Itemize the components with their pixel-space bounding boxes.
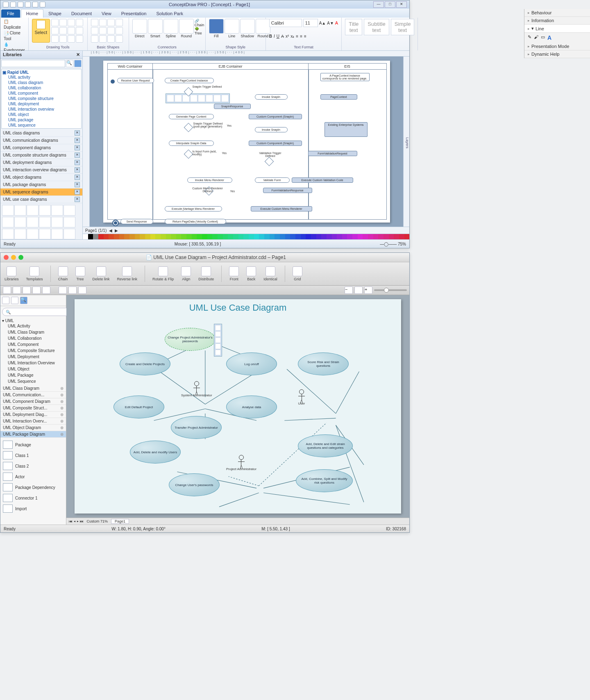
bold-button[interactable]: B	[269, 34, 272, 39]
inspector-presentation[interactable]: Presentation Mode	[524, 43, 590, 50]
color-swatch[interactable]	[114, 234, 119, 239]
zoom-custom[interactable]: Custom 71%	[87, 519, 108, 523]
shape-item[interactable]: Package Dependency	[2, 482, 64, 493]
color-swatch[interactable]	[259, 234, 264, 239]
bezier-tool-icon[interactable]	[76, 19, 83, 26]
palette-shape[interactable]	[2, 217, 14, 227]
fill-button[interactable]: Fill	[209, 19, 224, 38]
tree-item[interactable]: UML state machine diagram	[2, 128, 80, 129]
color-swatch[interactable]	[321, 234, 327, 239]
color-swatch[interactable]	[212, 234, 218, 239]
sub-button[interactable]: x₂	[290, 34, 294, 39]
library-row[interactable]: UML Class Diagram⊗	[0, 385, 66, 392]
library-row[interactable]: UML component diagrams✕	[0, 144, 82, 152]
poly-tool-icon[interactable]	[68, 27, 75, 34]
palette-shape[interactable]	[64, 205, 75, 216]
color-swatch[interactable]	[389, 234, 394, 239]
palette-shape[interactable]	[14, 205, 26, 216]
qat-save-icon[interactable]	[25, 2, 31, 7]
node-existing[interactable]: Existing Enterprise Systems	[324, 122, 368, 137]
pencil-tool-icon[interactable]	[68, 286, 77, 294]
tree-root[interactable]: ▣ Rapid UML	[2, 70, 80, 75]
erase-tool-icon[interactable]	[76, 35, 83, 43]
inspector-information[interactable]: Information	[524, 17, 590, 25]
node-snapresp[interactable]: SnapInResponse	[214, 104, 251, 109]
toolbar-libraries[interactable]: Libraries	[5, 266, 19, 281]
color-swatch[interactable]	[378, 234, 384, 239]
color-swatch[interactable]	[399, 234, 404, 239]
toolbar-identical[interactable]: Identical	[263, 266, 277, 281]
library-row[interactable]: UML sequence diagrams✕	[0, 189, 82, 196]
toolbar-align[interactable]: Align	[181, 266, 191, 281]
color-swatch[interactable]	[109, 234, 114, 239]
shape-arrow-icon[interactable]	[91, 35, 98, 43]
crop-tool-icon[interactable]	[68, 35, 75, 43]
direct-connector[interactable]: Direct	[132, 19, 147, 38]
color-swatch[interactable]	[202, 234, 207, 239]
tree-item[interactable]: UML Interaction Overview	[2, 360, 64, 366]
tree-item[interactable]: UML Composite Structure	[2, 348, 64, 354]
text-tool-icon[interactable]	[59, 286, 67, 294]
toolbar-templates[interactable]: Templates	[26, 266, 43, 281]
font-family-select[interactable]: Calibri	[269, 19, 302, 27]
library-row[interactable]: UML Composite Struct...⊗	[0, 405, 66, 411]
end-node[interactable]	[112, 220, 119, 226]
color-swatch[interactable]	[124, 234, 129, 239]
line-tool-icon[interactable]	[51, 19, 59, 26]
usecase-add-strain[interactable]: Add, Delete and Edit strain questions an…	[298, 434, 353, 457]
shape-star-icon[interactable]	[116, 27, 123, 34]
color-swatch[interactable]	[207, 234, 213, 239]
color-swatch[interactable]	[145, 234, 150, 239]
rect-tool-icon[interactable]	[13, 286, 21, 294]
qat-undo-icon[interactable]	[32, 2, 38, 7]
color-swatch[interactable]	[228, 234, 233, 239]
start-node[interactable]	[111, 80, 115, 84]
library-row[interactable]: UML communication diagrams✕	[0, 137, 82, 144]
usecase-add-risk[interactable]: Add, Combine, Split and Modify risk ques…	[296, 469, 353, 492]
shape-rect-icon[interactable]	[91, 19, 98, 26]
select-tool[interactable]: Select	[32, 19, 50, 43]
palette-shape[interactable]	[27, 229, 39, 239]
usecase-add-users[interactable]: Add, Delete and modify Users	[130, 441, 181, 464]
tree-item[interactable]: UML component	[2, 91, 80, 96]
library-tree[interactable]: ▣ Rapid UML UML activityUML class diagra…	[1, 69, 82, 129]
color-swatch[interactable]	[254, 234, 259, 239]
color-swatch[interactable]	[358, 234, 363, 239]
palette-shape[interactable]	[64, 229, 75, 239]
solution-tab[interactable]: Solution Park	[151, 9, 188, 18]
line-style-icon[interactable]: ▭	[541, 34, 545, 41]
node-interp[interactable]: Interpolate SnapIn Data	[169, 141, 214, 146]
qat-new-icon[interactable]	[10, 2, 16, 7]
tree-connector[interactable]: 🌳 Tree	[195, 27, 204, 35]
shape-ellipse-icon[interactable]	[107, 19, 115, 26]
color-swatch[interactable]	[327, 234, 332, 239]
strike-button[interactable]: A̶	[281, 34, 284, 39]
color-swatch[interactable]	[342, 234, 347, 239]
page-tab[interactable]: Page1	[111, 519, 129, 524]
tree-item[interactable]: UML class diagram	[2, 80, 80, 85]
color-swatch[interactable]	[394, 234, 399, 239]
zoom-in-icon[interactable]: +	[364, 286, 372, 294]
node-execcust[interactable]: Execute Custom Menu Renderer	[251, 206, 312, 211]
color-swatch[interactable]	[363, 234, 368, 239]
library-row[interactable]: UML package diagrams✕	[0, 181, 82, 189]
context-toolbar[interactable]	[214, 324, 222, 357]
close-button[interactable]	[4, 255, 9, 260]
zoom-button[interactable]	[18, 255, 23, 260]
color-swatch[interactable]	[306, 234, 311, 239]
tree-item[interactable]: UML composite structure	[2, 96, 80, 101]
color-swatch[interactable]	[368, 234, 373, 239]
color-palette-bar[interactable]	[83, 234, 409, 239]
lib-search-toggle-icon[interactable]: 🔍	[20, 297, 27, 304]
color-swatch[interactable]	[218, 234, 223, 239]
library-row[interactable]: UML Component Diagram⊗	[0, 398, 66, 405]
font-color-icon[interactable]: A	[335, 20, 338, 25]
line-tool-icon[interactable]	[32, 286, 41, 294]
toolbar-back[interactable]: Back	[246, 266, 256, 281]
tree-item[interactable]: UML Sequence	[2, 378, 64, 384]
color-swatch[interactable]	[270, 234, 275, 239]
color-swatch[interactable]	[88, 234, 93, 239]
tree-item[interactable]: UML interaction overview	[2, 107, 80, 112]
toolbar-rotate-flip[interactable]: Rotate & Flip	[152, 266, 174, 281]
color-swatch[interactable]	[176, 234, 182, 239]
